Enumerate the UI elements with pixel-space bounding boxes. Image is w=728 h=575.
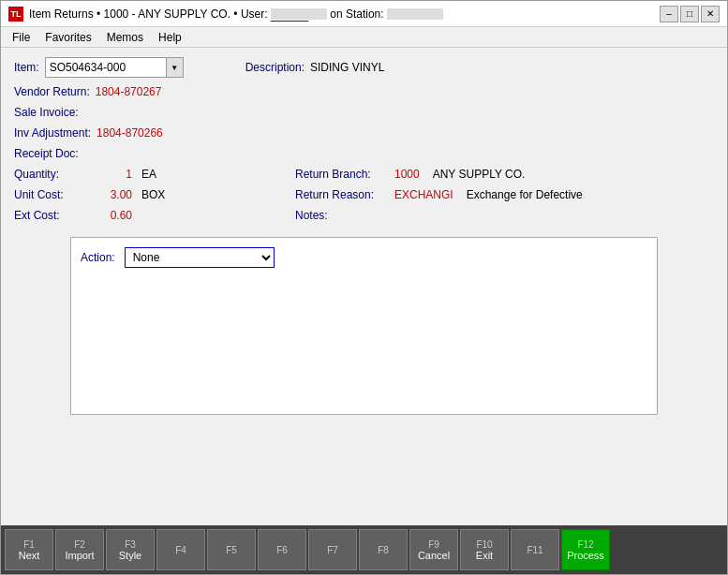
fn10-label: Exit [476, 550, 493, 561]
fn5-key: F5 [226, 545, 237, 555]
main-window: TL Item Returns • 1000 - ANY SUPPLY CO. … [0, 0, 728, 575]
unit-cost-row: Unit Cost: 3.00 BOX [14, 188, 220, 201]
vendor-return-label: Vendor Return: [14, 85, 90, 98]
fn11-key: F11 [527, 545, 542, 555]
inv-adj-value: 1804-870266 [97, 126, 163, 140]
unit-cost-unit: BOX [141, 188, 165, 201]
action-select[interactable]: None [125, 247, 275, 268]
unit-cost-label: Unit Cost: [14, 188, 98, 201]
quantity-unit: EA [141, 168, 156, 181]
station-label: on Station: [330, 7, 383, 21]
sep2: • [233, 7, 237, 21]
fn2-button[interactable]: F2 Import [55, 529, 104, 570]
user-value: ______ [271, 8, 327, 20]
fn10-button[interactable]: F10 Exit [460, 529, 509, 570]
fn3-button[interactable]: F3 Style [106, 529, 155, 570]
action-row: Action: None [81, 247, 647, 268]
app-icon: TL [8, 7, 23, 22]
notes-row: Notes: [295, 209, 583, 222]
fn2-label: Import [65, 550, 94, 561]
item-label: Item: [14, 61, 39, 74]
item-input[interactable] [45, 57, 167, 78]
receipt-doc-label: Receipt Doc: [14, 147, 79, 160]
sale-invoice-label: Sale Invoice: [14, 106, 79, 119]
return-reason-row: Return Reason: EXCHANGI Exchange for Def… [295, 188, 583, 201]
fn8-button[interactable]: F8 [359, 529, 408, 570]
title-text: Item Returns [29, 7, 94, 21]
fn8-key: F8 [378, 545, 389, 555]
fn4-button[interactable]: F4 [156, 529, 205, 570]
menu-file[interactable]: File [5, 29, 37, 46]
menu-bar: File Favorites Memos Help [1, 27, 727, 48]
item-input-group: ▼ [45, 57, 184, 78]
fn-key-bar: F1 Next F2 Import F3 Style F4 F5 F6 F7 F… [1, 525, 727, 574]
inv-adj-label: Inv Adjustment: [14, 126, 91, 140]
fn12-button[interactable]: F12 Process [561, 529, 610, 570]
description-label: Description: [245, 61, 305, 74]
fn3-key: F3 [125, 539, 136, 550]
fn4-key: F4 [175, 545, 186, 555]
action-label: Action: [81, 251, 115, 264]
fn1-button[interactable]: F1 Next [5, 529, 53, 570]
quantity-label: Quantity: [14, 168, 98, 181]
station-value [387, 8, 443, 20]
fn12-key: F12 [577, 539, 593, 550]
action-select-group: None [125, 247, 275, 268]
menu-help[interactable]: Help [151, 29, 189, 46]
left-section: Quantity: 1 EA Unit Cost: 3.00 BOX Ext C… [14, 168, 220, 229]
fn11-button[interactable]: F11 [511, 529, 559, 570]
fn6-key: F6 [276, 545, 288, 555]
minimize-button[interactable]: – [660, 6, 678, 22]
fn9-button[interactable]: F9 Cancel [409, 529, 458, 570]
description-value: SIDING VINYL [310, 61, 384, 74]
action-box: Action: None [70, 237, 658, 415]
return-branch-label: Return Branch: [295, 168, 389, 181]
menu-memos[interactable]: Memos [99, 29, 151, 46]
vendor-return-value: 1804-870267 [96, 85, 162, 98]
fn5-button[interactable]: F5 [207, 529, 256, 570]
fn10-key: F10 [476, 539, 492, 550]
menu-favorites[interactable]: Favorites [37, 29, 98, 46]
item-row: Item: ▼ Description: SIDING VINYL [14, 57, 714, 78]
title-bar: TL Item Returns • 1000 - ANY SUPPLY CO. … [1, 1, 727, 27]
item-dropdown-arrow[interactable]: ▼ [167, 57, 184, 78]
fn9-key: F9 [428, 539, 439, 550]
receipt-doc-row: Receipt Doc: [14, 147, 714, 160]
return-branch-name: ANY SUPPLY CO. [433, 168, 526, 181]
return-reason-label: Return Reason: [295, 188, 389, 201]
inv-adj-row: Inv Adjustment: 1804-870266 [14, 126, 714, 140]
return-branch-row: Return Branch: 1000 ANY SUPPLY CO. [295, 168, 583, 181]
return-reason-value: EXCHANGI [394, 188, 453, 201]
fn6-button[interactable]: F6 [258, 529, 306, 570]
return-reason-desc: Exchange for Defective [467, 188, 583, 201]
main-content: Item: ▼ Description: SIDING VINYL Vendor… [1, 48, 727, 525]
vendor-return-row: Vendor Return: 1804-870267 [14, 85, 714, 98]
maximize-button[interactable]: □ [680, 6, 699, 22]
quantity-value: 1 [104, 168, 132, 181]
sale-invoice-row: Sale Invoice: [14, 106, 714, 119]
fn12-label: Process [567, 550, 604, 561]
form-section: Quantity: 1 EA Unit Cost: 3.00 BOX Ext C… [14, 168, 714, 229]
fn9-label: Cancel [418, 550, 450, 561]
close-button[interactable]: ✕ [701, 6, 720, 22]
ext-cost-row: Ext Cost: 0.60 [14, 209, 220, 222]
ext-cost-value: 0.60 [104, 209, 132, 222]
fn1-key: F1 [23, 539, 35, 550]
notes-label: Notes: [295, 209, 389, 222]
fn7-button[interactable]: F7 [308, 529, 357, 570]
window-controls: – □ ✕ [660, 6, 720, 22]
fn2-key: F2 [74, 539, 85, 550]
right-section: Return Branch: 1000 ANY SUPPLY CO. Retur… [295, 168, 583, 229]
company-text: 1000 - ANY SUPPLY CO. [104, 7, 230, 21]
quantity-row: Quantity: 1 EA [14, 168, 220, 181]
window-title: Item Returns • 1000 - ANY SUPPLY CO. • U… [29, 7, 654, 21]
unit-cost-value: 3.00 [104, 188, 132, 201]
user-label: User: [241, 7, 268, 21]
ext-cost-label: Ext Cost: [14, 209, 98, 222]
return-branch-value: 1000 [394, 168, 420, 181]
fn7-key: F7 [327, 545, 338, 555]
sep1: • [97, 7, 100, 21]
fn3-label: Style [119, 550, 141, 561]
fn1-label: Next [19, 550, 40, 561]
